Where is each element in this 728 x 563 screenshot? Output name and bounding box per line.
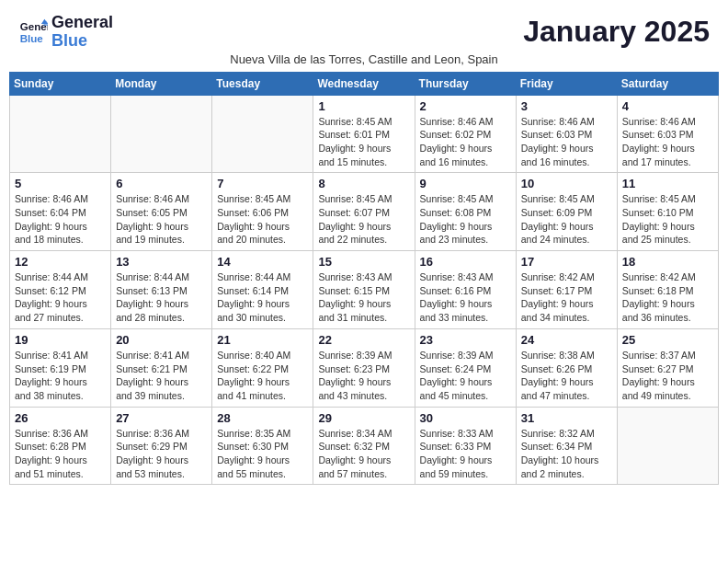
day-info: Sunrise: 8:46 AMSunset: 6:02 PMDaylight:… xyxy=(420,115,511,169)
day-number: 17 xyxy=(521,255,612,269)
weekday-header-cell: Sunday xyxy=(10,72,111,95)
day-info: Sunrise: 8:46 AMSunset: 6:05 PMDaylight:… xyxy=(116,192,207,247)
day-info: Sunrise: 8:32 AMSunset: 6:34 PMDaylight:… xyxy=(521,427,612,481)
logo-icon: General Blue xyxy=(18,17,48,47)
day-number: 28 xyxy=(217,411,308,425)
day-number: 10 xyxy=(521,177,612,190)
calendar-cell: 7Sunrise: 8:45 AMSunset: 6:06 PMDaylight… xyxy=(212,173,313,251)
day-info: Sunrise: 8:42 AMSunset: 6:17 PMDaylight:… xyxy=(521,270,612,325)
logo-line2: Blue xyxy=(51,32,113,51)
subtitle: Nueva Villa de las Torres, Castille and … xyxy=(9,52,719,66)
calendar-cell: 25Sunrise: 8:37 AMSunset: 6:27 PMDayligh… xyxy=(617,328,718,407)
calendar-cell: 19Sunrise: 8:41 AMSunset: 6:19 PMDayligh… xyxy=(10,328,111,407)
calendar-table: SundayMondayTuesdayWednesdayThursdayFrid… xyxy=(9,72,719,486)
day-number: 25 xyxy=(622,333,713,347)
calendar-cell: 5Sunrise: 8:46 AMSunset: 6:04 PMDaylight… xyxy=(10,173,111,251)
day-number: 20 xyxy=(116,333,207,347)
day-number: 9 xyxy=(420,177,511,190)
weekday-header-cell: Wednesday xyxy=(313,72,415,95)
day-info: Sunrise: 8:41 AMSunset: 6:19 PMDaylight:… xyxy=(15,349,106,403)
calendar-cell: 12Sunrise: 8:44 AMSunset: 6:12 PMDayligh… xyxy=(10,251,111,329)
day-info: Sunrise: 8:46 AMSunset: 6:03 PMDaylight:… xyxy=(622,115,713,169)
calendar-cell: 4Sunrise: 8:46 AMSunset: 6:03 PMDaylight… xyxy=(617,95,718,173)
day-info: Sunrise: 8:37 AMSunset: 6:27 PMDaylight:… xyxy=(622,349,713,403)
calendar-cell: 26Sunrise: 8:36 AMSunset: 6:28 PMDayligh… xyxy=(10,407,111,485)
day-info: Sunrise: 8:38 AMSunset: 6:26 PMDaylight:… xyxy=(521,349,612,403)
weekday-header-cell: Friday xyxy=(516,72,617,95)
weekday-header-cell: Thursday xyxy=(415,72,516,95)
day-info: Sunrise: 8:36 AMSunset: 6:29 PMDaylight:… xyxy=(116,427,207,481)
day-info: Sunrise: 8:43 AMSunset: 6:15 PMDaylight:… xyxy=(318,270,409,325)
weekday-header-row: SundayMondayTuesdayWednesdayThursdayFrid… xyxy=(10,72,719,95)
calendar-cell: 21Sunrise: 8:40 AMSunset: 6:22 PMDayligh… xyxy=(212,328,313,407)
day-info: Sunrise: 8:46 AMSunset: 6:04 PMDaylight:… xyxy=(15,192,106,247)
weekday-header-cell: Tuesday xyxy=(212,72,313,95)
day-number: 31 xyxy=(521,411,612,425)
day-info: Sunrise: 8:45 AMSunset: 6:01 PMDaylight:… xyxy=(318,115,409,169)
calendar-cell: 15Sunrise: 8:43 AMSunset: 6:15 PMDayligh… xyxy=(313,251,415,329)
day-number: 4 xyxy=(622,99,713,113)
header: General Blue General Blue January 2025 xyxy=(9,9,719,52)
day-number: 2 xyxy=(420,99,511,113)
day-number: 15 xyxy=(318,255,409,269)
day-number: 26 xyxy=(15,411,106,425)
day-number: 11 xyxy=(622,177,713,190)
calendar-cell xyxy=(617,407,718,485)
day-number: 8 xyxy=(318,177,409,190)
calendar-cell: 2Sunrise: 8:46 AMSunset: 6:02 PMDaylight… xyxy=(415,95,516,173)
calendar-cell: 16Sunrise: 8:43 AMSunset: 6:16 PMDayligh… xyxy=(415,251,516,329)
calendar-cell: 3Sunrise: 8:46 AMSunset: 6:03 PMDaylight… xyxy=(516,95,617,173)
logo-text: General Blue xyxy=(51,14,113,51)
day-info: Sunrise: 8:45 AMSunset: 6:10 PMDaylight:… xyxy=(622,192,713,247)
day-number: 30 xyxy=(420,411,511,425)
day-info: Sunrise: 8:45 AMSunset: 6:07 PMDaylight:… xyxy=(318,192,409,247)
day-number: 19 xyxy=(15,333,106,347)
day-info: Sunrise: 8:45 AMSunset: 6:06 PMDaylight:… xyxy=(217,192,308,247)
logo: General Blue General Blue xyxy=(18,14,113,51)
calendar-cell: 20Sunrise: 8:41 AMSunset: 6:21 PMDayligh… xyxy=(111,328,212,407)
calendar-cell: 24Sunrise: 8:38 AMSunset: 6:26 PMDayligh… xyxy=(516,328,617,407)
day-info: Sunrise: 8:44 AMSunset: 6:13 PMDaylight:… xyxy=(116,270,207,325)
day-info: Sunrise: 8:36 AMSunset: 6:28 PMDaylight:… xyxy=(15,427,106,481)
week-row: 12Sunrise: 8:44 AMSunset: 6:12 PMDayligh… xyxy=(10,251,719,329)
calendar-cell: 9Sunrise: 8:45 AMSunset: 6:08 PMDaylight… xyxy=(415,173,516,251)
calendar-cell: 30Sunrise: 8:33 AMSunset: 6:33 PMDayligh… xyxy=(415,407,516,485)
day-number: 5 xyxy=(15,177,106,190)
day-number: 6 xyxy=(116,177,207,190)
calendar-cell: 27Sunrise: 8:36 AMSunset: 6:29 PMDayligh… xyxy=(111,407,212,485)
day-number: 24 xyxy=(521,333,612,347)
svg-text:Blue: Blue xyxy=(20,32,44,43)
day-info: Sunrise: 8:45 AMSunset: 6:08 PMDaylight:… xyxy=(420,192,511,247)
calendar-cell: 1Sunrise: 8:45 AMSunset: 6:01 PMDaylight… xyxy=(313,95,415,173)
calendar-cell: 10Sunrise: 8:45 AMSunset: 6:09 PMDayligh… xyxy=(516,173,617,251)
day-number: 18 xyxy=(622,255,713,269)
weekday-header-cell: Monday xyxy=(111,72,212,95)
day-info: Sunrise: 8:41 AMSunset: 6:21 PMDaylight:… xyxy=(116,349,207,403)
calendar-cell: 6Sunrise: 8:46 AMSunset: 6:05 PMDaylight… xyxy=(111,173,212,251)
week-row: 1Sunrise: 8:45 AMSunset: 6:01 PMDaylight… xyxy=(10,95,719,173)
day-number: 21 xyxy=(217,333,308,347)
day-number: 7 xyxy=(217,177,308,190)
day-info: Sunrise: 8:43 AMSunset: 6:16 PMDaylight:… xyxy=(420,270,511,325)
calendar-cell xyxy=(10,95,111,173)
calendar-body: 1Sunrise: 8:45 AMSunset: 6:01 PMDaylight… xyxy=(10,95,719,485)
day-number: 1 xyxy=(318,99,409,113)
day-info: Sunrise: 8:44 AMSunset: 6:12 PMDaylight:… xyxy=(15,270,106,325)
day-info: Sunrise: 8:39 AMSunset: 6:24 PMDaylight:… xyxy=(420,349,511,403)
calendar-cell xyxy=(212,95,313,173)
calendar-cell: 11Sunrise: 8:45 AMSunset: 6:10 PMDayligh… xyxy=(617,173,718,251)
day-info: Sunrise: 8:42 AMSunset: 6:18 PMDaylight:… xyxy=(622,270,713,325)
day-info: Sunrise: 8:40 AMSunset: 6:22 PMDaylight:… xyxy=(217,349,308,403)
day-info: Sunrise: 8:33 AMSunset: 6:33 PMDaylight:… xyxy=(420,427,511,481)
week-row: 5Sunrise: 8:46 AMSunset: 6:04 PMDaylight… xyxy=(10,173,719,251)
calendar-cell: 14Sunrise: 8:44 AMSunset: 6:14 PMDayligh… xyxy=(212,251,313,329)
week-row: 26Sunrise: 8:36 AMSunset: 6:28 PMDayligh… xyxy=(10,407,719,485)
calendar-cell: 18Sunrise: 8:42 AMSunset: 6:18 PMDayligh… xyxy=(617,251,718,329)
calendar-cell: 31Sunrise: 8:32 AMSunset: 6:34 PMDayligh… xyxy=(516,407,617,485)
calendar-cell: 17Sunrise: 8:42 AMSunset: 6:17 PMDayligh… xyxy=(516,251,617,329)
day-info: Sunrise: 8:46 AMSunset: 6:03 PMDaylight:… xyxy=(521,115,612,169)
day-number: 27 xyxy=(116,411,207,425)
day-info: Sunrise: 8:44 AMSunset: 6:14 PMDaylight:… xyxy=(217,270,308,325)
day-number: 14 xyxy=(217,255,308,269)
day-info: Sunrise: 8:39 AMSunset: 6:23 PMDaylight:… xyxy=(318,349,409,403)
